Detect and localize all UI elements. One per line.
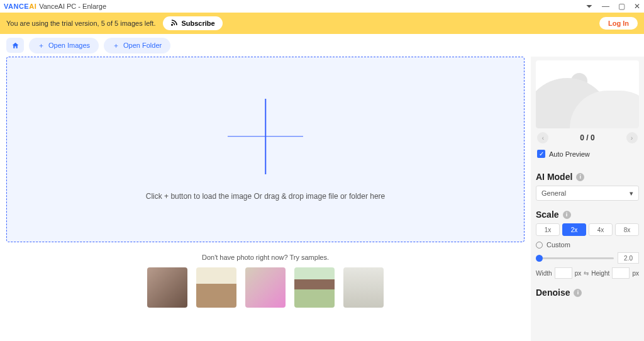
custom-scale-row[interactable]: Custom	[536, 241, 639, 249]
scale-4x[interactable]: 4x	[589, 223, 613, 236]
window-title: VanceAI PC - Enlarge	[39, 3, 106, 10]
plus-icon: ＋	[113, 41, 119, 50]
open-images-button[interactable]: ＋ Open Images	[29, 38, 99, 53]
ai-model-heading: AI Model	[536, 172, 572, 182]
minimize-icon[interactable]: —	[602, 2, 609, 11]
subscribe-button[interactable]: Subscribe	[163, 16, 222, 30]
toolbar: ＋ Open Images ＋ Open Folder	[0, 34, 644, 57]
scale-options: 1x 2x 4x 8x	[536, 223, 639, 236]
sample-thumb[interactable]	[294, 267, 335, 308]
link-icon[interactable]: ⇆	[584, 270, 589, 277]
px-label: px	[575, 270, 582, 277]
sample-thumb[interactable]	[196, 267, 236, 308]
auto-preview-row[interactable]: ✓ Auto Preview	[536, 147, 639, 163]
width-label: Width	[536, 270, 552, 277]
pager-count: 0 / 0	[580, 133, 594, 142]
ai-model-select[interactable]: General ▾	[536, 186, 639, 201]
custom-label: Custom	[547, 241, 570, 249]
subscribe-label: Subscribe	[181, 20, 214, 27]
close-icon[interactable]: ✕	[634, 2, 640, 11]
preview-pager: ‹ 0 / 0 ›	[536, 128, 639, 147]
login-button[interactable]: Log In	[599, 17, 638, 30]
scale-2x[interactable]: 2x	[562, 223, 586, 236]
scale-8x[interactable]: 8x	[615, 223, 639, 236]
add-image-plus-icon[interactable]	[228, 99, 303, 174]
dropzone[interactable]: Click + button to load the image Or drag…	[6, 57, 525, 242]
sample-thumbnails	[6, 267, 525, 308]
width-input[interactable]	[555, 267, 572, 279]
sample-thumb[interactable]	[245, 267, 286, 308]
info-icon[interactable]: i	[563, 211, 571, 219]
height-label: Height	[591, 270, 609, 277]
scale-value[interactable]: 2.0	[618, 252, 639, 264]
info-icon[interactable]: i	[576, 173, 584, 181]
scale-heading: Scale	[536, 210, 559, 220]
plus-icon: ＋	[38, 41, 45, 50]
scale-slider[interactable]	[536, 257, 614, 259]
menu-icon[interactable]: ⏷	[586, 2, 593, 11]
open-folder-label: Open Folder	[123, 42, 162, 49]
svg-point-0	[172, 25, 173, 26]
rss-icon	[170, 19, 178, 28]
dropzone-hint: Click + button to load the image Or drag…	[146, 192, 386, 201]
px-label: px	[632, 270, 639, 277]
home-button[interactable]	[6, 38, 24, 53]
prev-arrow-icon[interactable]: ‹	[537, 132, 548, 143]
preview-placeholder	[536, 60, 639, 128]
denoise-heading: Denoise	[536, 288, 570, 298]
side-panel: ‹ 0 / 0 › ✓ Auto Preview AI Model i Gene…	[531, 57, 644, 341]
open-images-label: Open Images	[48, 42, 90, 49]
scale-1x[interactable]: 1x	[536, 223, 560, 236]
next-arrow-icon[interactable]: ›	[626, 132, 638, 143]
window-controls: ⏷ — ▢ ✕	[586, 2, 640, 11]
info-icon[interactable]: i	[574, 289, 582, 297]
height-input[interactable]	[612, 267, 630, 279]
trial-banner: You are using the trial version, 5 of 5 …	[0, 13, 644, 34]
brand-logo: VANCEAI	[4, 3, 36, 10]
radio-icon[interactable]	[536, 242, 543, 249]
title-bar: VANCEAI VanceAI PC - Enlarge ⏷ — ▢ ✕	[0, 0, 644, 13]
chevron-down-icon: ▾	[630, 189, 633, 198]
ai-model-value: General	[541, 189, 566, 197]
trial-message: You are using the trial version, 5 of 5 …	[6, 20, 155, 27]
auto-preview-label: Auto Preview	[549, 150, 590, 158]
sample-thumb[interactable]	[147, 267, 187, 308]
checkbox-icon[interactable]: ✓	[537, 150, 545, 158]
samples-label: Don't have photo right now? Try samples.	[6, 254, 525, 261]
sample-thumb[interactable]	[343, 267, 384, 308]
maximize-icon[interactable]: ▢	[618, 2, 625, 11]
open-folder-button[interactable]: ＋ Open Folder	[104, 38, 170, 53]
